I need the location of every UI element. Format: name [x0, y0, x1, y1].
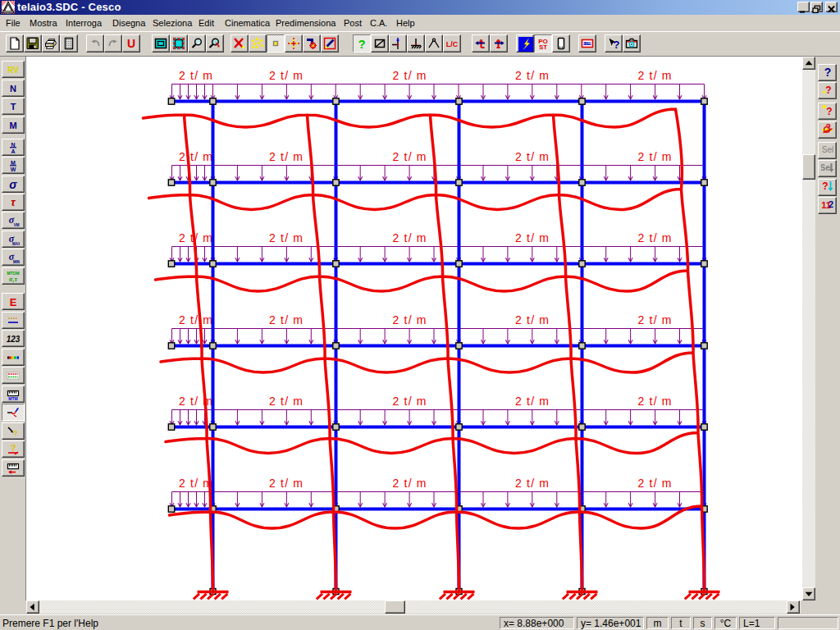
- svg-text:σ,τ: σ,τ: [9, 276, 17, 283]
- svg-text:W: W: [11, 167, 16, 172]
- svg-text:?: ?: [614, 39, 620, 50]
- svg-text:?: ?: [13, 429, 18, 437]
- svg-text:?: ?: [11, 443, 16, 453]
- svg-text:τ: τ: [11, 196, 16, 208]
- svg-text:L/C: L/C: [446, 40, 459, 48]
- svg-text:E: E: [10, 296, 17, 308]
- svg-text:?: ?: [824, 66, 831, 78]
- svg-text:T: T: [11, 102, 16, 112]
- svg-text:?: ?: [822, 180, 828, 192]
- svg-text:A: A: [11, 148, 15, 154]
- svg-text:U: U: [127, 37, 135, 50]
- svg-text:N: N: [10, 84, 16, 94]
- svg-text:VM: VM: [14, 223, 20, 227]
- svg-text:123: 123: [7, 335, 20, 344]
- svg-text:2: 2: [828, 199, 833, 209]
- svg-text:Sel: Sel: [821, 145, 833, 154]
- svg-text:1.23E: 1.23E: [583, 41, 592, 45]
- svg-text:?: ?: [358, 37, 365, 50]
- svg-text:σ: σ: [9, 178, 17, 191]
- svg-text:M: M: [9, 121, 16, 130]
- svg-text:?: ?: [826, 106, 832, 116]
- svg-text:ST: ST: [539, 43, 547, 50]
- svg-text:MTM: MTM: [8, 396, 17, 401]
- svg-text:?: ?: [825, 84, 831, 96]
- svg-text:MIN: MIN: [13, 260, 20, 264]
- svg-text:M: M: [11, 160, 16, 166]
- svg-text:RV: RV: [7, 66, 19, 75]
- svg-text:MAX: MAX: [12, 242, 20, 246]
- svg-text:N: N: [11, 142, 15, 148]
